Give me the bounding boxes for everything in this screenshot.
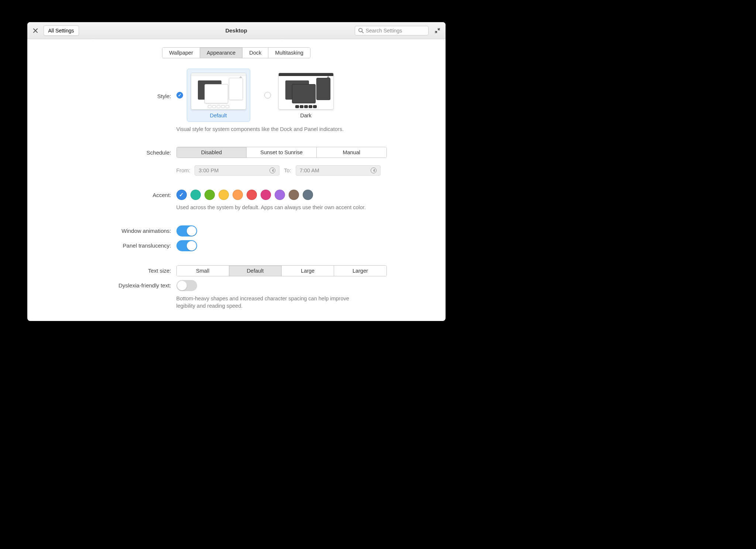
accent-slate[interactable] (303, 190, 313, 200)
tab-bar: Wallpaper Appearance Dock Multitasking (27, 47, 446, 58)
tab-appearance[interactable]: Appearance (200, 48, 243, 58)
tab-wallpaper[interactable]: Wallpaper (162, 48, 200, 58)
schedule-manual[interactable]: Manual (317, 147, 386, 158)
to-time-value: 7:00 AM (300, 168, 319, 173)
style-caption-default: Default (191, 113, 246, 118)
tab-dock[interactable]: Dock (243, 48, 268, 58)
clock-icon (269, 168, 275, 173)
accent-teal[interactable] (190, 190, 201, 200)
from-time-input[interactable]: 3:00 PM (195, 165, 279, 176)
style-card-dark[interactable]: Dark (275, 69, 337, 121)
accent-red[interactable] (247, 190, 257, 200)
text-size-large[interactable]: Large (282, 266, 334, 276)
panel-translucency-switch[interactable] (176, 240, 197, 251)
schedule-label: Schedule: (27, 149, 171, 156)
text-size-options: Small Default Large Larger (176, 265, 387, 276)
from-time-value: 3:00 PM (199, 168, 219, 173)
accent-description: Used across the system by default. Apps … (176, 204, 387, 211)
accent-orange[interactable] (233, 190, 243, 200)
style-description: Visual style for system components like … (176, 125, 387, 133)
titlebar: All Settings Desktop (27, 22, 446, 39)
window-animations-switch[interactable] (176, 225, 197, 236)
all-settings-button[interactable]: All Settings (44, 25, 79, 36)
dyslexia-description: Bottom-heavy shapes and increased charac… (176, 295, 368, 310)
text-size-larger[interactable]: Larger (334, 266, 386, 276)
tab-multitasking[interactable]: Multitasking (268, 48, 310, 58)
window-animations-label: Window animations: (27, 228, 171, 234)
style-card-default[interactable]: Default (187, 69, 250, 122)
accent-blue[interactable] (176, 190, 187, 200)
search-field[interactable] (355, 26, 429, 35)
schedule-disabled[interactable]: Disabled (177, 147, 247, 158)
style-caption-dark: Dark (278, 113, 334, 118)
schedule-time-row: From: 3:00 PM To: 7:00 AM (176, 165, 387, 176)
close-button[interactable] (30, 25, 41, 36)
content-area: Wallpaper Appearance Dock Multitasking S… (27, 39, 446, 321)
panel-translucency-label: Panel translucency: (27, 242, 171, 249)
from-label: From: (176, 168, 190, 173)
svg-line-1 (362, 31, 363, 33)
accent-colors (176, 190, 387, 200)
close-icon (33, 28, 38, 33)
accent-purple[interactable] (275, 190, 285, 200)
maximize-button[interactable] (432, 25, 443, 36)
dyslexia-label: Dyslexia-friendly text: (27, 282, 171, 289)
style-label: Style: (27, 92, 171, 99)
clock-icon (371, 168, 377, 173)
accent-pink[interactable] (261, 190, 271, 200)
accent-green[interactable] (205, 190, 215, 200)
text-size-label: Text size: (27, 267, 171, 274)
search-input[interactable] (366, 28, 425, 34)
schedule-options: Disabled Sunset to Sunrise Manual (176, 147, 387, 158)
style-radio-dark[interactable] (264, 92, 271, 99)
accent-brown[interactable] (289, 190, 299, 200)
settings-window: All Settings Desktop Wallpaper Appearanc… (27, 22, 446, 321)
dyslexia-switch[interactable] (176, 280, 197, 291)
accent-yellow[interactable] (219, 190, 229, 200)
search-icon (358, 28, 364, 33)
schedule-sunset[interactable]: Sunset to Sunrise (247, 147, 317, 158)
accent-label: Accent: (27, 192, 171, 198)
to-time-input[interactable]: 7:00 AM (296, 165, 381, 176)
to-label: To: (284, 168, 291, 173)
style-preview-default (191, 73, 246, 110)
text-size-default[interactable]: Default (229, 266, 282, 276)
text-size-small[interactable]: Small (177, 266, 229, 276)
style-preview-dark (278, 73, 334, 110)
maximize-icon (435, 28, 440, 33)
style-options: Default Dark (176, 69, 387, 122)
style-radio-default[interactable] (176, 92, 183, 99)
